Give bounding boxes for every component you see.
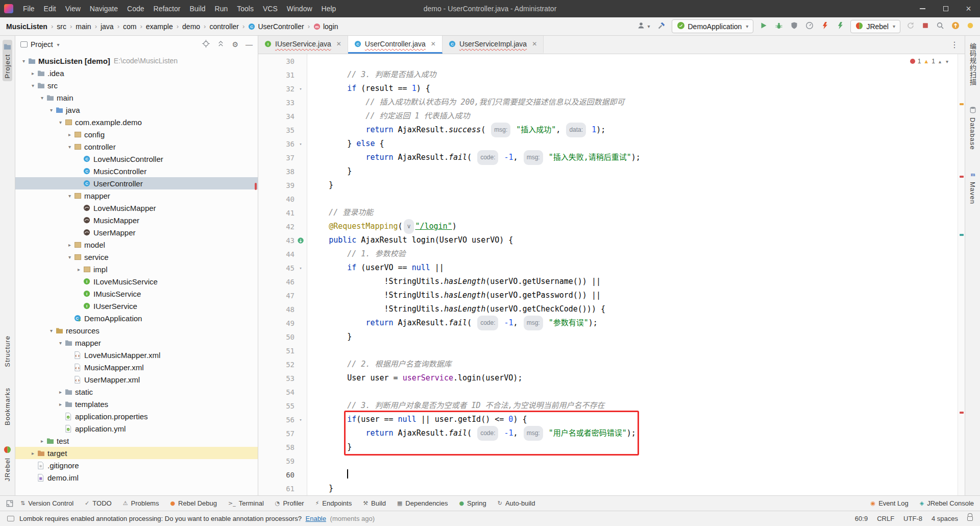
- gutter-line-46[interactable]: 46: [258, 275, 307, 289]
- tree-item-imusicservice[interactable]: IIMusicService: [15, 288, 258, 300]
- breadcrumb-item-demo[interactable]: demo: [181, 21, 201, 32]
- menu-navigate[interactable]: Navigate: [85, 5, 122, 13]
- tree-item-ilovemusicservice[interactable]: IILoveMusicService: [15, 275, 258, 288]
- gutter-line-30[interactable]: 30: [258, 54, 307, 68]
- more-icon[interactable]: ⋮: [944, 40, 965, 50]
- gutter-line-42[interactable]: 42: [258, 220, 307, 233]
- chevron-down-icon[interactable]: ▾: [38, 95, 46, 101]
- chevron-down-icon[interactable]: ▾: [65, 193, 74, 199]
- tree-item-java[interactable]: ▾java: [15, 104, 258, 116]
- breadcrumb-item-example[interactable]: example: [145, 21, 174, 32]
- code-line-43[interactable]: public AjaxResult login(UserVO userVO) {: [310, 233, 965, 247]
- gutter-line-54[interactable]: 54: [258, 385, 307, 399]
- menu-tools[interactable]: Tools: [232, 5, 258, 13]
- chevron-right-icon[interactable]: ▸: [29, 70, 37, 76]
- toolwindow-button-dependencies[interactable]: ▦Dependencies: [397, 499, 448, 507]
- gutter-line-43[interactable]: 43: [258, 233, 307, 247]
- profiler-button[interactable]: [804, 20, 815, 32]
- chevron-down-icon[interactable]: ▾: [65, 144, 74, 150]
- code-line-52[interactable]: // 2. 根据用户名查询数据库: [310, 357, 965, 371]
- toolwindow-button-todo[interactable]: ✓TODO: [85, 499, 112, 507]
- tree-item-application.properties[interactable]: application.properties: [15, 410, 258, 422]
- toolwindow-button-terminal[interactable]: >_Terminal: [228, 499, 264, 507]
- gutter-line-45[interactable]: 45▾: [258, 261, 307, 275]
- menu-view[interactable]: View: [61, 5, 85, 13]
- tree-item-application.yml[interactable]: application.yml: [15, 422, 258, 435]
- menu-edit[interactable]: Edit: [39, 5, 61, 13]
- stripe-button-jrebel[interactable]: JRebel: [3, 443, 12, 484]
- code-line-30[interactable]: [310, 54, 965, 68]
- code-line-56[interactable]: if(user == null || user.getId() <= 0) {: [310, 413, 965, 426]
- code-line-36[interactable]: } else {: [310, 137, 965, 151]
- close-button[interactable]: ×: [957, 0, 980, 17]
- gutter-line-32[interactable]: 32▾: [258, 82, 307, 95]
- coverage-button[interactable]: [789, 20, 799, 32]
- code-line-39[interactable]: }: [310, 178, 965, 192]
- maximize-button[interactable]: [934, 0, 957, 17]
- stop-button[interactable]: [921, 21, 930, 32]
- tree-item-usermapper[interactable]: UserMapper: [15, 226, 258, 238]
- fold-icon[interactable]: ▾: [296, 263, 306, 273]
- tree-item-lovemusicmapper.xml[interactable]: LoveMusicMapper.xml: [15, 349, 258, 361]
- tree-item-target[interactable]: ▸target: [15, 447, 258, 459]
- code-line-58[interactable]: }: [310, 440, 965, 454]
- code-line-45[interactable]: if (userVO == null ||: [310, 261, 965, 275]
- locate-icon[interactable]: [202, 40, 210, 49]
- indent-size[interactable]: 4 spaces: [932, 515, 958, 522]
- menu-code[interactable]: Code: [122, 5, 149, 13]
- close-icon[interactable]: ✕: [431, 40, 436, 47]
- prev-issue-icon[interactable]: ▴: [938, 59, 942, 64]
- gutter-line-47[interactable]: 47: [258, 289, 307, 302]
- gutter-line-34[interactable]: 34: [258, 109, 307, 123]
- lock-icon[interactable]: [967, 516, 973, 521]
- toolwindow-button-jrebel-console[interactable]: ◈JRebel Console: [920, 499, 974, 507]
- gutter-line-48[interactable]: 48: [258, 302, 307, 316]
- tree-item-resources[interactable]: ▾resources: [15, 324, 258, 337]
- close-icon[interactable]: ✕: [336, 40, 341, 47]
- code-line-33[interactable]: // 插入成功默认状态码为 200,我们只需要提交描述信息以及返回数据即可: [310, 95, 965, 109]
- breadcrumb-item-musiclisten[interactable]: MusicListen: [5, 21, 48, 32]
- tree-item-.idea[interactable]: ▸.idea: [15, 67, 258, 79]
- code-line-38[interactable]: }: [310, 164, 965, 178]
- gutter-line-52[interactable]: 52: [258, 357, 307, 371]
- chevron-down-icon[interactable]: ▾: [19, 58, 28, 64]
- chevron-down-icon[interactable]: ▾: [47, 107, 56, 113]
- breadcrumb-item-usercontroller[interactable]: CUserController: [247, 21, 305, 32]
- chevron-down-icon[interactable]: ▾: [29, 83, 37, 88]
- gutter-line-31[interactable]: 31: [258, 68, 307, 82]
- stripe-button-structure[interactable]: Structure: [3, 332, 12, 370]
- next-issue-icon[interactable]: ▾: [945, 59, 949, 64]
- gutter-line-49[interactable]: 49: [258, 316, 307, 330]
- breadcrumb-item-main[interactable]: main: [75, 21, 92, 32]
- jrebel-debug-button[interactable]: [835, 20, 845, 32]
- tree-item-lovemusiccontroller[interactable]: CLoveMusicController: [15, 153, 258, 165]
- tree-item-controller[interactable]: ▾controller: [15, 140, 258, 153]
- stripe-button-bookmarks[interactable]: Bookmarks: [3, 385, 12, 428]
- toolwindow-button-rebel-debug[interactable]: ●Rebel Debug: [170, 499, 217, 507]
- debug-button[interactable]: [774, 20, 784, 32]
- tab-UserController.java[interactable]: CUserController.java✕: [348, 36, 443, 54]
- toolwindow-button-spring[interactable]: ●Spring: [459, 499, 486, 507]
- toolwindow-button-event-log[interactable]: ◉Event Log: [871, 499, 909, 507]
- gutter-line-40[interactable]: 40: [258, 192, 307, 206]
- menu-window[interactable]: Window: [282, 5, 317, 13]
- code-line-34[interactable]: // 约定返回 1 代表插入成功: [310, 109, 965, 123]
- chevron-right-icon[interactable]: ▸: [56, 401, 65, 407]
- code-line-55[interactable]: // 3. 判断用户对象是否为空或者 ID 不合法,为空说明当前用户名不存在: [310, 399, 965, 413]
- editor-scrollbar[interactable]: [958, 54, 965, 495]
- gutter-line-59[interactable]: 59: [258, 454, 307, 468]
- breadcrumb-item-controller[interactable]: controller: [208, 21, 240, 32]
- gutter-line-50[interactable]: 50: [258, 330, 307, 344]
- tree-item-com.example.demo[interactable]: ▾com.example.demo: [15, 116, 258, 128]
- stripe-button-project[interactable]: Project: [3, 40, 12, 81]
- chevron-right-icon[interactable]: ▸: [65, 242, 74, 248]
- spring-mapping-icon[interactable]: [296, 235, 306, 246]
- search-button[interactable]: [935, 20, 945, 32]
- gutter-line-55[interactable]: 55: [258, 399, 307, 413]
- tree-item-usermapper.xml[interactable]: UserMapper.xml: [15, 373, 258, 386]
- code-line-47[interactable]: !StringUtils.hasLength(userVO.getPasswor…: [310, 289, 965, 302]
- tree-item-service[interactable]: ▾service: [15, 251, 258, 263]
- menu-run[interactable]: Run: [210, 5, 233, 13]
- fold-icon[interactable]: ▾: [296, 139, 306, 149]
- tree-item-lovemusicmapper[interactable]: LoveMusicMapper: [15, 202, 258, 214]
